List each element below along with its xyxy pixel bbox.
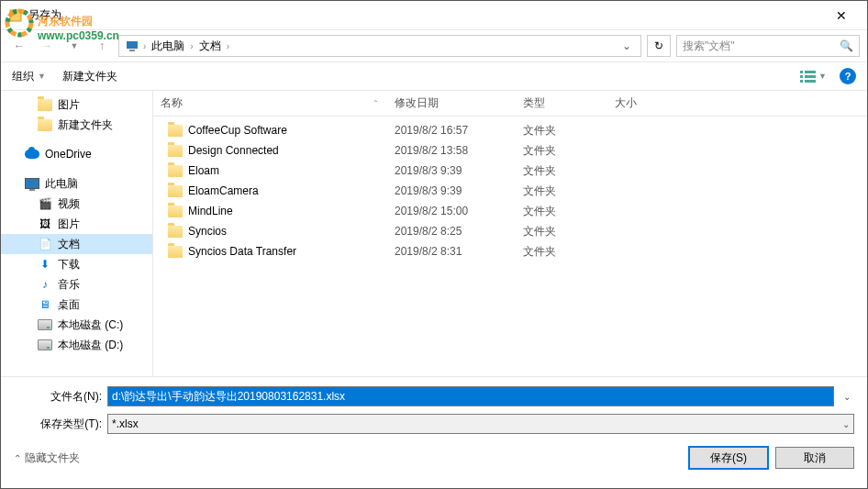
sidebar-pictures2[interactable]: 🖼图片 bbox=[1, 214, 152, 234]
file-name: Eloam bbox=[188, 164, 219, 177]
forward-button[interactable]: → bbox=[36, 35, 58, 57]
view-mode-button[interactable]: ▼ bbox=[800, 70, 827, 83]
search-input[interactable] bbox=[683, 39, 836, 52]
crumb-thispc[interactable]: 此电脑 bbox=[150, 39, 186, 54]
file-row[interactable]: CoffeeCup Software2019/8/2 16:57文件夹 bbox=[153, 120, 867, 140]
filename-label: 文件名(N): bbox=[14, 389, 102, 405]
recent-dropdown[interactable]: ▼ bbox=[63, 35, 85, 57]
svg-rect-2 bbox=[10, 10, 21, 21]
sidebar-downloads[interactable]: ⬇下载 bbox=[1, 254, 152, 274]
help-button[interactable]: ? bbox=[840, 68, 856, 84]
folder-icon bbox=[168, 246, 183, 258]
file-date: 2019/8/2 13:58 bbox=[387, 144, 516, 157]
bottom-panel: 文件名(N): ⌄ 保存类型(T): *.xlsx ⌄ ⌃ 隐藏文件夹 保存(S… bbox=[1, 376, 867, 478]
view-icon bbox=[800, 70, 817, 83]
folder-icon bbox=[168, 206, 183, 217]
file-row[interactable]: Design Connected2019/8/2 13:58文件夹 bbox=[153, 140, 867, 161]
drive-icon bbox=[38, 339, 52, 350]
new-folder-button[interactable]: 新建文件夹 bbox=[62, 69, 117, 84]
sidebar-thispc[interactable]: 此电脑 bbox=[1, 173, 152, 194]
drive-icon bbox=[38, 319, 52, 330]
list-body: CoffeeCup Software2019/8/2 16:57文件夹Desig… bbox=[153, 117, 867, 376]
folder-icon bbox=[168, 165, 183, 177]
file-date: 2019/8/3 9:39 bbox=[387, 184, 516, 197]
sidebar-desktop[interactable]: 🖥桌面 bbox=[1, 295, 152, 315]
crumb-dropdown[interactable]: ⌄ bbox=[618, 39, 635, 52]
file-date: 2019/8/2 8:31 bbox=[387, 245, 516, 258]
sidebar-music[interactable]: ♪音乐 bbox=[1, 274, 152, 295]
file-row[interactable]: Syncios Data Transfer2019/8/2 8:31文件夹 bbox=[153, 241, 867, 261]
file-date: 2019/8/2 8:25 bbox=[387, 225, 516, 238]
file-name: CoffeeCup Software bbox=[188, 124, 287, 137]
file-row[interactable]: EloamCamera2019/8/3 9:39文件夹 bbox=[153, 181, 867, 201]
hide-folders-button[interactable]: ⌃ 隐藏文件夹 bbox=[14, 450, 80, 466]
file-row[interactable]: Syncios2019/8/2 8:25文件夹 bbox=[153, 221, 867, 241]
chevron-icon: › bbox=[190, 41, 193, 51]
sidebar-diskc[interactable]: 本地磁盘 (C:) bbox=[1, 315, 152, 335]
file-row[interactable]: MindLine2019/8/2 15:00文件夹 bbox=[153, 201, 867, 221]
save-button[interactable]: 保存(S) bbox=[689, 447, 768, 469]
sidebar-onedrive[interactable]: OneDrive bbox=[1, 144, 152, 164]
sidebar: 图片 新建文件夹 OneDrive 此电脑 🎬视频 🖼图片 📄文档 ⬇下载 ♪音… bbox=[1, 91, 153, 376]
cancel-button[interactable]: 取消 bbox=[775, 447, 854, 469]
file-type: 文件夹 bbox=[516, 143, 607, 159]
chevron-icon: › bbox=[143, 41, 146, 51]
col-size[interactable]: 大小 bbox=[607, 91, 681, 116]
sidebar-diskd[interactable]: 本地磁盘 (D:) bbox=[1, 335, 152, 355]
file-name: Syncios bbox=[188, 225, 227, 238]
filetype-combo[interactable]: *.xlsx ⌄ bbox=[107, 414, 854, 434]
filetype-label: 保存类型(T): bbox=[14, 417, 102, 432]
refresh-button[interactable]: ↻ bbox=[647, 35, 671, 57]
close-button[interactable]: ✕ bbox=[823, 1, 860, 30]
file-type: 文件夹 bbox=[516, 244, 607, 260]
file-type: 文件夹 bbox=[516, 204, 607, 219]
filetype-value: *.xlsx bbox=[112, 417, 139, 430]
filename-dropdown[interactable]: ⌄ bbox=[840, 392, 854, 402]
sidebar-newfolder[interactable]: 新建文件夹 bbox=[1, 115, 152, 135]
filename-input[interactable] bbox=[112, 390, 829, 403]
organize-menu[interactable]: 组织 ▼ bbox=[12, 69, 46, 84]
file-name: Design Connected bbox=[188, 144, 279, 157]
svg-rect-3 bbox=[127, 41, 138, 49]
app-icon bbox=[8, 8, 23, 23]
search-box[interactable]: 🔍 bbox=[676, 35, 860, 57]
svg-rect-9 bbox=[800, 80, 803, 83]
col-type[interactable]: 类型 bbox=[516, 91, 607, 116]
svg-rect-7 bbox=[800, 75, 803, 78]
svg-rect-6 bbox=[805, 71, 816, 73]
file-list: 名称⌃ 修改日期 类型 大小 CoffeeCup Software2019/8/… bbox=[153, 91, 867, 376]
crumb-documents[interactable]: 文档 bbox=[197, 39, 223, 54]
sidebar-videos[interactable]: 🎬视频 bbox=[1, 194, 152, 214]
sort-icon: ⌃ bbox=[373, 99, 379, 107]
col-date[interactable]: 修改日期 bbox=[387, 91, 516, 116]
folder-icon bbox=[168, 145, 183, 157]
column-headers: 名称⌃ 修改日期 类型 大小 bbox=[153, 91, 867, 117]
filename-field[interactable] bbox=[107, 386, 834, 406]
pc-icon bbox=[125, 39, 139, 53]
file-date: 2019/8/2 15:00 bbox=[387, 205, 516, 217]
back-button[interactable]: ← bbox=[8, 35, 30, 57]
svg-rect-5 bbox=[800, 71, 803, 73]
file-name: MindLine bbox=[188, 205, 233, 217]
col-name[interactable]: 名称⌃ bbox=[153, 91, 387, 116]
sidebar-pictures[interactable]: 图片 bbox=[1, 94, 152, 115]
search-icon: 🔍 bbox=[840, 39, 853, 52]
up-button[interactable]: ↑ bbox=[91, 35, 113, 57]
file-type: 文件夹 bbox=[516, 123, 607, 139]
nav-row: ← → ▼ ↑ › 此电脑 › 文档 › ⌄ ↻ 🔍 bbox=[1, 30, 867, 61]
folder-icon bbox=[168, 185, 183, 197]
file-row[interactable]: Eloam2019/8/3 9:39文件夹 bbox=[153, 161, 867, 181]
svg-rect-10 bbox=[805, 80, 816, 83]
breadcrumb[interactable]: › 此电脑 › 文档 › ⌄ bbox=[118, 35, 641, 57]
chevron-icon: › bbox=[227, 41, 229, 51]
folder-icon bbox=[168, 226, 183, 238]
main-area: 图片 新建文件夹 OneDrive 此电脑 🎬视频 🖼图片 📄文档 ⬇下载 ♪音… bbox=[1, 91, 867, 376]
folder-icon bbox=[168, 125, 183, 137]
cloud-icon bbox=[25, 150, 39, 159]
window-title: 另存为 bbox=[28, 7, 61, 23]
title-bar: 另存为 ✕ bbox=[1, 1, 867, 30]
sidebar-documents[interactable]: 📄文档 bbox=[1, 234, 152, 254]
file-type: 文件夹 bbox=[516, 163, 607, 179]
file-type: 文件夹 bbox=[516, 183, 607, 199]
file-date: 2019/8/3 9:39 bbox=[387, 164, 516, 177]
